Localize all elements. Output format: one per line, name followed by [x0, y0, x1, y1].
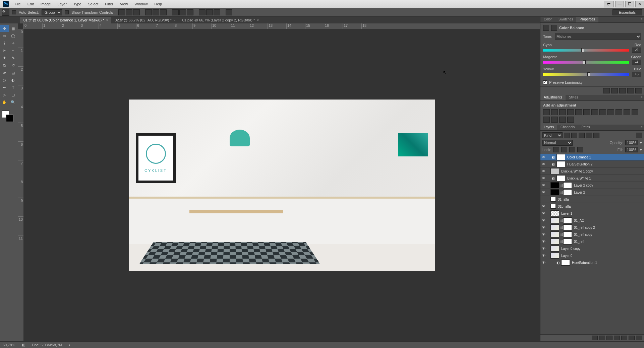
filter-shape-icon[interactable]: [586, 133, 592, 138]
layer-mask-thumbnail[interactable]: [557, 154, 565, 160]
layer-mask-thumbnail[interactable]: [563, 231, 572, 237]
brush-tool[interactable]: ✎: [9, 54, 17, 62]
layer-visibility-icon[interactable]: 👁: [540, 155, 546, 159]
crop-tool[interactable]: ✂: [0, 47, 9, 54]
layer-name[interactable]: 01_alfa: [557, 198, 643, 201]
blend-mode-select[interactable]: Normal: [542, 140, 573, 146]
posterize-adjustment-icon[interactable]: [543, 117, 550, 123]
layer-visibility-icon[interactable]: 👁: [540, 218, 546, 222]
spot-heal-tool[interactable]: ✚: [0, 54, 9, 62]
layer-mask-thumbnail[interactable]: [557, 161, 565, 167]
close-tab-icon[interactable]: ×: [106, 18, 108, 22]
threshold-adjustment-icon[interactable]: [551, 117, 558, 123]
panel-tab-adjustments[interactable]: Adjustments: [540, 95, 566, 100]
menu-view[interactable]: View: [117, 2, 131, 6]
selective-color-adjustment-icon[interactable]: [559, 117, 566, 123]
layer-thumbnail[interactable]: [550, 224, 559, 230]
layer-thumbnail[interactable]: [550, 189, 559, 195]
color-balance-adjustment-icon[interactable]: [591, 109, 598, 115]
layer-name[interactable]: 01_refl: [573, 240, 643, 243]
layer-name[interactable]: Hue/Saturation 2: [566, 162, 643, 166]
eraser-tool[interactable]: ▱: [0, 69, 9, 76]
slider-thumb[interactable]: [587, 72, 590, 76]
layer-row[interactable]: 👁Layer 0: [540, 252, 644, 259]
layer-visibility-icon[interactable]: 👁: [540, 232, 546, 236]
layer-row[interactable]: 👁◐Color Balance 1: [540, 154, 644, 161]
zoom-slider-icon[interactable]: ◧: [22, 343, 25, 347]
menu-select[interactable]: Select: [85, 2, 102, 6]
brightness-adjustment-icon[interactable]: [543, 109, 550, 115]
arrange-documents-button[interactable]: ⇄: [604, 1, 614, 7]
slider-value[interactable]: +6: [632, 72, 641, 77]
layer-row[interactable]: 👁◐Hue/Saturation 1: [540, 259, 644, 266]
current-tool-preview[interactable]: ✥: [2, 9, 9, 16]
layer-row[interactable]: 👁⛓01_refl copy 2: [540, 224, 644, 231]
new-fill-adjustment-icon[interactable]: [614, 336, 620, 340]
background-color[interactable]: [6, 115, 13, 122]
gradient-tool[interactable]: ▤: [9, 69, 17, 76]
invert-adjustment-icon[interactable]: [632, 109, 638, 115]
layer-visibility-icon[interactable]: 👁: [540, 261, 546, 265]
vibrance-adjustment-icon[interactable]: [575, 109, 582, 115]
align-bottom-icon[interactable]: [160, 9, 167, 15]
view-previous-icon[interactable]: [611, 88, 618, 93]
layer-thumbnail[interactable]: [550, 217, 559, 223]
panel-tab-layers[interactable]: Layers: [540, 125, 557, 130]
layer-row[interactable]: 👁Layer 1: [540, 210, 644, 217]
layer-row[interactable]: 👁Layer 0 copy: [540, 245, 644, 252]
layer-row[interactable]: 👁◐Black & White 1: [540, 175, 644, 182]
layer-mask-link-icon[interactable]: ⛓: [560, 184, 563, 187]
maximize-button[interactable]: ☐: [625, 1, 634, 7]
panel-tab-channels[interactable]: Channels: [557, 125, 578, 130]
layer-visibility-icon[interactable]: 👁: [540, 254, 546, 258]
layer-name[interactable]: 01_refl copy: [573, 233, 643, 236]
opacity-arrow-icon[interactable]: ▾: [640, 141, 642, 145]
layer-row[interactable]: 👁⛓01_AO: [540, 217, 644, 224]
delete-adjustment-icon[interactable]: [635, 88, 642, 93]
doc-info[interactable]: Doc: 5,93M/68,7M: [32, 343, 62, 347]
layer-visibility-icon[interactable]: 👁: [540, 176, 546, 180]
panel-tab-color[interactable]: Color: [540, 17, 555, 22]
auto-select-target[interactable]: Group: [42, 9, 62, 15]
slider-value[interactable]: -4: [632, 60, 641, 65]
layer-visibility-icon[interactable]: 👁: [540, 169, 546, 173]
fill-value[interactable]: 100%: [625, 147, 638, 152]
layer-mask-link-icon[interactable]: ⛓: [560, 233, 563, 236]
link-layers-icon[interactable]: [592, 336, 598, 340]
align-center-h-icon[interactable]: [126, 9, 132, 15]
3d-mode-icon[interactable]: [226, 9, 232, 15]
layer-name[interactable]: 01_AO: [573, 219, 643, 222]
layer-visibility-icon[interactable]: 👁: [540, 211, 546, 215]
menu-layer[interactable]: Layer: [54, 2, 70, 6]
type-tool[interactable]: T: [9, 84, 17, 91]
distribute-bottom-icon[interactable]: [187, 9, 193, 15]
close-tab-icon[interactable]: ×: [174, 18, 176, 22]
lock-position-icon[interactable]: [569, 147, 575, 152]
layer-thumbnail[interactable]: [550, 253, 559, 259]
layer-row[interactable]: 👁⛓Layer 2 copy: [540, 182, 644, 189]
lock-all-icon[interactable]: [577, 147, 583, 152]
move-tool[interactable]: ✥: [0, 25, 9, 32]
gradient-map-adjustment-icon[interactable]: [567, 117, 574, 123]
zoom-level[interactable]: 60,78%: [3, 343, 15, 347]
layer-mask-link-icon[interactable]: ⛓: [560, 226, 563, 229]
doc-info-arrow-icon[interactable]: ▸: [69, 343, 71, 347]
exposure-adjustment-icon[interactable]: [567, 109, 574, 115]
dodge-tool[interactable]: ◐: [9, 76, 17, 84]
layer-mask-thumbnail[interactable]: [563, 224, 572, 230]
close-button[interactable]: ✕: [635, 1, 644, 7]
document-viewport[interactable]: CYKLIST: [23, 29, 540, 341]
distribute-top-icon[interactable]: [172, 9, 179, 15]
layer-name[interactable]: Layer 0 copy: [560, 247, 643, 251]
color-lookup-adjustment-icon[interactable]: [624, 109, 630, 115]
layer-filter-kind[interactable]: Kind: [542, 132, 563, 138]
menu-help[interactable]: Help: [151, 2, 165, 6]
lock-transparent-icon[interactable]: [553, 147, 559, 152]
layer-name[interactable]: Layer 0: [560, 254, 643, 258]
filter-type-icon[interactable]: [579, 133, 585, 138]
layer-name[interactable]: 01_refl copy 2: [573, 226, 643, 229]
new-group-icon[interactable]: [621, 336, 627, 340]
menu-filter[interactable]: Filter: [102, 2, 116, 6]
menu-window[interactable]: Window: [131, 2, 151, 6]
layer-visibility-icon[interactable]: 👁: [540, 190, 546, 194]
